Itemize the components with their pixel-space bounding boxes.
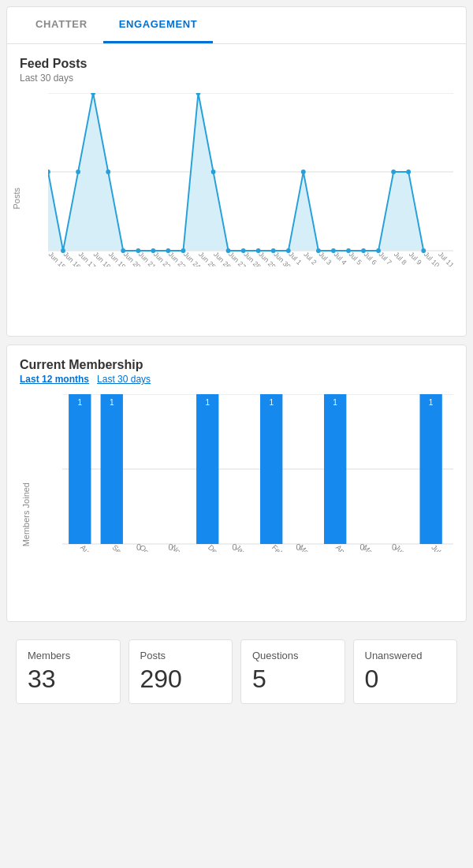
svg-rect-65 bbox=[69, 394, 91, 544]
stat-posts-label: Posts bbox=[140, 650, 222, 661]
svg-point-9 bbox=[76, 170, 80, 174]
stat-members-label: Members bbox=[28, 650, 109, 661]
tab-card: CHATTER ENGAGEMENT Feed Posts Last 30 da… bbox=[6, 6, 467, 337]
membership-title: Current Membership bbox=[20, 358, 453, 372]
stat-posts: Posts 290 bbox=[128, 639, 233, 704]
line-chart-y-label: Posts bbox=[12, 188, 21, 210]
svg-rect-74 bbox=[260, 394, 282, 544]
svg-text:Jul 7: Jul 7 bbox=[378, 250, 393, 266]
tab-bar: CHATTER ENGAGEMENT bbox=[7, 7, 466, 44]
stats-row: Members 33 Posts 290 Questions 5 Unanswe… bbox=[6, 630, 467, 713]
feed-posts-section: Feed Posts Last 30 days Posts 0 1 2 bbox=[7, 44, 466, 336]
svg-point-30 bbox=[391, 170, 396, 174]
filter-links: Last 12 months Last 30 days bbox=[20, 374, 453, 385]
stat-unanswered: Unanswered 0 bbox=[353, 639, 458, 704]
svg-text:1: 1 bbox=[77, 398, 82, 407]
bar-chart-svg: 0 1 1 1 0 0 1 0 bbox=[62, 394, 453, 552]
filter-30days[interactable]: Last 30 days bbox=[97, 374, 151, 385]
svg-text:1: 1 bbox=[110, 398, 114, 407]
stat-members-value: 33 bbox=[28, 665, 109, 694]
feed-posts-title: Feed Posts bbox=[20, 57, 453, 71]
svg-point-31 bbox=[406, 170, 411, 174]
membership-card: Current Membership Last 12 months Last 3… bbox=[6, 345, 467, 622]
svg-text:Jul 9: Jul 9 bbox=[408, 250, 423, 266]
filter-12months[interactable]: Last 12 months bbox=[20, 374, 89, 385]
tab-engagement[interactable]: ENGAGEMENT bbox=[103, 7, 214, 43]
svg-text:Jul 5: Jul 5 bbox=[348, 250, 363, 266]
line-chart-svg: 0 1 2 bbox=[48, 93, 453, 266]
svg-rect-67 bbox=[101, 394, 123, 544]
svg-point-17 bbox=[196, 93, 201, 95]
bar-chart-container: Members Joined 0 1 1 1 bbox=[20, 394, 453, 615]
svg-text:Jul 6: Jul 6 bbox=[363, 250, 378, 266]
svg-text:Jul 2: Jul 2 bbox=[302, 250, 318, 266]
svg-point-10 bbox=[91, 93, 95, 95]
stat-posts-value: 290 bbox=[140, 665, 222, 694]
bar-chart-y-label: Members Joined bbox=[21, 482, 31, 546]
svg-text:1: 1 bbox=[269, 398, 274, 407]
tab-chatter[interactable]: CHATTER bbox=[20, 7, 103, 43]
svg-text:Jul 8: Jul 8 bbox=[393, 250, 408, 266]
svg-text:1: 1 bbox=[205, 398, 210, 407]
line-chart-container: Posts 0 1 2 bbox=[20, 93, 453, 330]
stat-unanswered-value: 0 bbox=[365, 665, 446, 694]
svg-rect-71 bbox=[196, 394, 218, 544]
svg-text:1: 1 bbox=[429, 398, 434, 407]
svg-point-7 bbox=[48, 170, 50, 174]
svg-text:Jul 4: Jul 4 bbox=[333, 250, 348, 266]
svg-text:Jul 3: Jul 3 bbox=[318, 250, 333, 266]
stat-questions-value: 5 bbox=[252, 665, 333, 694]
stat-unanswered-label: Unanswered bbox=[365, 650, 446, 661]
svg-text:1: 1 bbox=[333, 398, 337, 407]
svg-rect-77 bbox=[324, 394, 346, 544]
feed-posts-subtitle: Last 30 days bbox=[20, 73, 453, 84]
svg-text:Jul 10: Jul 10 bbox=[423, 250, 441, 266]
svg-point-18 bbox=[211, 170, 216, 174]
main-container: CHATTER ENGAGEMENT Feed Posts Last 30 da… bbox=[0, 0, 473, 720]
membership-section: Current Membership Last 12 months Last 3… bbox=[7, 345, 466, 621]
stat-questions: Questions 5 bbox=[240, 639, 345, 704]
svg-point-11 bbox=[106, 170, 110, 174]
stat-questions-label: Questions bbox=[252, 650, 333, 661]
svg-point-24 bbox=[301, 170, 306, 174]
svg-rect-81 bbox=[419, 394, 441, 544]
stat-members: Members 33 bbox=[16, 639, 121, 704]
